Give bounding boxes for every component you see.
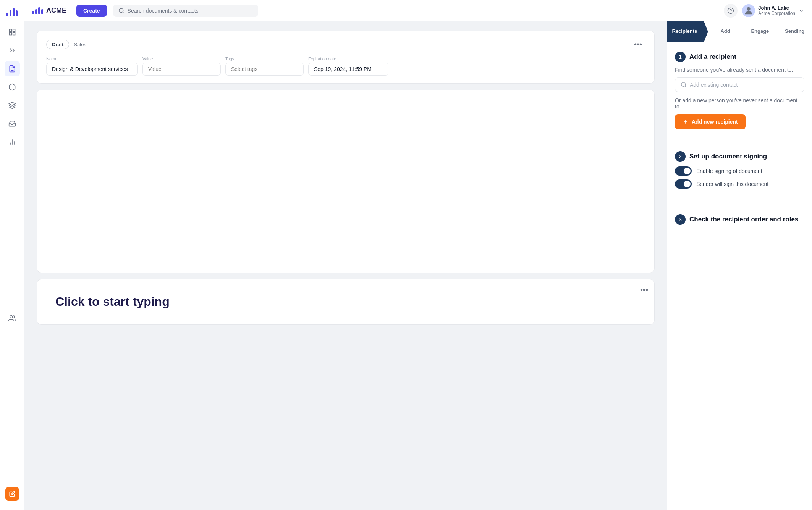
section-3-header: 3 Check the recipient order and roles <box>675 214 804 225</box>
step-2-number: 2 <box>675 151 686 162</box>
section-3-title: Check the recipient order and roles <box>689 216 798 223</box>
right-panel: Recipients Add Engage Sending 1 Add a re… <box>667 21 812 510</box>
section-add-recipient: 1 Add a recipient Find someone you've al… <box>675 52 804 129</box>
expiration-field-group: Expiration date <box>308 56 388 76</box>
sidebar-item-cube[interactable] <box>5 79 20 95</box>
app-logo <box>5 6 20 18</box>
user-avatar <box>742 4 755 17</box>
create-button[interactable]: Create <box>76 5 107 17</box>
sender-sign-toggle[interactable] <box>675 179 692 189</box>
toggle-enable-signing: Enable signing of document <box>675 166 804 176</box>
tab-add[interactable]: Add <box>708 21 743 42</box>
tab-sending[interactable]: Sending <box>777 21 812 42</box>
more-options-button[interactable]: ••• <box>631 39 645 50</box>
section-2-header: 2 Set up document signing <box>675 151 804 162</box>
svg-point-16 <box>681 82 686 87</box>
section-1-title: Add a recipient <box>689 53 736 61</box>
sender-sign-label: Sender will sign this document <box>696 181 768 187</box>
add-recipient-label: Add new recipient <box>692 119 738 125</box>
svg-point-10 <box>10 316 13 318</box>
draft-tab[interactable]: Draft <box>46 40 69 49</box>
name-field-group: Name <box>46 56 138 76</box>
svg-rect-0 <box>9 29 11 32</box>
chevron-down-icon <box>798 8 804 14</box>
document-area: Draft Sales ••• Name Value Tags <box>24 21 667 510</box>
search-placeholder: Search documents & contacts <box>128 8 199 14</box>
value-field-group: Value <box>142 56 221 76</box>
user-company: Acme Corporation <box>758 11 795 16</box>
enable-signing-label: Enable signing of document <box>696 168 762 174</box>
section-1-header: 1 Add a recipient <box>675 52 804 62</box>
topbar-right: John A. Lake Acme Corporation <box>724 4 804 18</box>
document-editor[interactable]: ••• Click to start typing <box>37 279 655 325</box>
plus-icon <box>683 119 689 125</box>
svg-rect-1 <box>13 29 15 32</box>
main-wrapper: ACME Create Search documents & contacts … <box>24 0 812 510</box>
step-3-number: 3 <box>675 214 686 225</box>
document-fields-row: Name Value Tags Expiration date <box>46 56 645 76</box>
user-name: John A. Lake <box>758 5 795 11</box>
search-contact-placeholder: Add existing contact <box>690 82 738 88</box>
svg-line-17 <box>685 86 686 87</box>
section-2-title: Set up document signing <box>689 153 767 160</box>
brand-name: ACME <box>46 6 66 15</box>
sidebar-item-dashboard[interactable] <box>5 24 20 40</box>
search-icon <box>118 8 125 14</box>
document-meta-card: Draft Sales ••• Name Value Tags <box>37 31 655 84</box>
value-label: Value <box>142 56 221 61</box>
tags-field-group: Tags <box>225 56 304 76</box>
tags-input[interactable] <box>225 63 304 76</box>
sidebar-item-inbox[interactable] <box>5 116 20 131</box>
content-area: Draft Sales ••• Name Value Tags <box>24 21 812 510</box>
expiration-input[interactable] <box>308 63 388 76</box>
svg-rect-3 <box>9 33 11 35</box>
edit-button[interactable] <box>5 487 19 501</box>
svg-point-11 <box>119 8 123 13</box>
svg-line-12 <box>123 12 124 13</box>
panel-body: 1 Add a recipient Find someone you've al… <box>667 42 812 239</box>
document-blank-area <box>37 90 655 273</box>
sidebar-item-analytics[interactable] <box>5 134 20 150</box>
section-1-desc: Find someone you've already sent a docum… <box>675 67 804 73</box>
divider-2 <box>675 203 804 203</box>
enable-signing-toggle[interactable] <box>675 166 692 176</box>
add-recipient-button[interactable]: Add new recipient <box>675 114 746 129</box>
tags-label: Tags <box>225 56 304 61</box>
sales-tab[interactable]: Sales <box>74 42 86 47</box>
tab-engage[interactable]: Engage <box>743 21 778 42</box>
step-tabs: Recipients Add Engage Sending <box>667 21 812 42</box>
help-button[interactable] <box>724 4 738 18</box>
sidebar-item-contacts[interactable] <box>5 311 20 326</box>
search-contact-input[interactable]: Add existing contact <box>675 77 804 92</box>
svg-marker-6 <box>9 102 15 105</box>
tab-recipients[interactable]: Recipients <box>667 21 708 42</box>
svg-point-15 <box>747 7 751 10</box>
svg-rect-2 <box>13 33 15 35</box>
name-input[interactable] <box>46 63 138 76</box>
user-menu[interactable]: John A. Lake Acme Corporation <box>742 4 804 17</box>
name-label: Name <box>46 56 138 61</box>
search-bar[interactable]: Search documents & contacts <box>113 5 258 17</box>
topbar: ACME Create Search documents & contacts … <box>24 0 812 21</box>
expiration-label: Expiration date <box>308 56 388 61</box>
editor-placeholder[interactable]: Click to start typing <box>55 295 636 309</box>
or-text: Or add a new person you've never sent a … <box>675 97 804 110</box>
editor-more-button[interactable]: ••• <box>640 286 648 294</box>
step-1-number: 1 <box>675 52 686 62</box>
sidebar-item-chevrons[interactable] <box>5 43 20 58</box>
value-input[interactable] <box>142 63 221 76</box>
section-recipient-order: 3 Check the recipient order and roles <box>675 214 804 229</box>
toggle-sender-sign: Sender will sign this document <box>675 179 804 189</box>
app-logo-text: ACME <box>32 6 70 15</box>
divider-1 <box>675 140 804 140</box>
search-contact-icon <box>681 82 687 88</box>
sidebar <box>0 0 24 510</box>
sidebar-item-layers[interactable] <box>5 98 20 113</box>
document-tabs-row: Draft Sales ••• <box>46 39 645 50</box>
sidebar-item-documents[interactable] <box>5 61 20 76</box>
section-signing: 2 Set up document signing Enable signing… <box>675 151 804 192</box>
